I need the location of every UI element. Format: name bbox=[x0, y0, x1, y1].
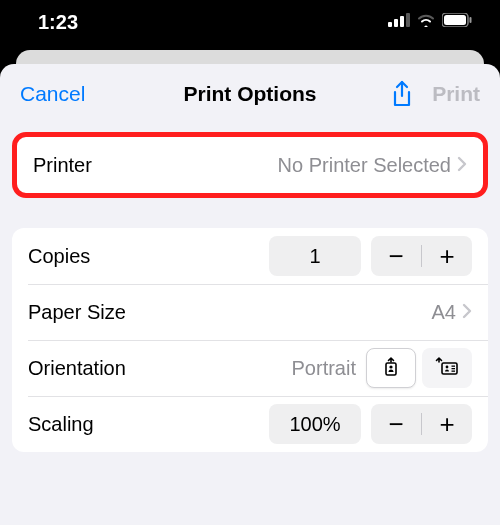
status-bar: 1:23 bbox=[0, 0, 500, 50]
copies-field[interactable]: 1 bbox=[269, 236, 361, 276]
print-options-sheet: Cancel Print Options Print Printer No Pr… bbox=[0, 64, 500, 525]
svg-rect-5 bbox=[444, 15, 466, 25]
scaling-decrement-button[interactable] bbox=[371, 404, 421, 444]
svg-rect-13 bbox=[452, 371, 456, 372]
printer-label: Printer bbox=[33, 154, 92, 177]
cancel-button[interactable]: Cancel bbox=[20, 82, 135, 106]
nav-bar: Cancel Print Options Print bbox=[0, 64, 500, 116]
paper-size-row[interactable]: Paper Size A4 bbox=[12, 284, 488, 340]
printer-value: No Printer Selected bbox=[278, 154, 451, 177]
svg-rect-6 bbox=[470, 17, 472, 23]
portrait-icon bbox=[380, 355, 402, 381]
svg-rect-1 bbox=[394, 19, 398, 27]
landscape-icon bbox=[435, 355, 459, 381]
orientation-value: Portrait bbox=[292, 357, 356, 380]
svg-rect-7 bbox=[386, 363, 396, 375]
paper-size-label: Paper Size bbox=[28, 301, 126, 324]
svg-rect-3 bbox=[406, 13, 410, 27]
status-icons bbox=[388, 13, 472, 31]
print-button[interactable]: Print bbox=[432, 82, 480, 106]
copies-decrement-button[interactable] bbox=[371, 236, 421, 276]
copies-increment-button[interactable] bbox=[422, 236, 472, 276]
status-time: 1:23 bbox=[38, 11, 78, 34]
scaling-increment-button[interactable] bbox=[422, 404, 472, 444]
paper-size-value: A4 bbox=[432, 301, 456, 324]
scaling-stepper bbox=[371, 404, 472, 444]
cellular-icon bbox=[388, 13, 410, 31]
copies-row: Copies 1 bbox=[12, 228, 488, 284]
orientation-landscape-button[interactable] bbox=[422, 348, 472, 388]
chevron-right-icon bbox=[462, 299, 472, 325]
battery-icon bbox=[442, 13, 472, 31]
scaling-row: Scaling 100% bbox=[12, 396, 488, 452]
orientation-portrait-button[interactable] bbox=[366, 348, 416, 388]
svg-point-8 bbox=[389, 365, 392, 368]
svg-rect-12 bbox=[452, 368, 456, 369]
scaling-field[interactable]: 100% bbox=[269, 404, 361, 444]
printer-row[interactable]: Printer No Printer Selected bbox=[17, 137, 483, 193]
print-settings-section: Copies 1 Paper Size A4 Orientation Portr… bbox=[12, 228, 488, 452]
scaling-label: Scaling bbox=[28, 413, 94, 436]
orientation-label: Orientation bbox=[28, 357, 126, 380]
svg-rect-11 bbox=[452, 366, 456, 367]
share-icon[interactable] bbox=[390, 80, 414, 108]
copies-stepper bbox=[371, 236, 472, 276]
chevron-right-icon bbox=[457, 152, 467, 178]
svg-rect-2 bbox=[400, 16, 404, 27]
orientation-row: Orientation Portrait bbox=[12, 340, 488, 396]
orientation-segment bbox=[366, 348, 472, 388]
svg-point-10 bbox=[446, 366, 449, 369]
printer-section: Printer No Printer Selected bbox=[12, 132, 488, 198]
wifi-icon bbox=[416, 13, 436, 31]
svg-rect-0 bbox=[388, 22, 392, 27]
copies-label: Copies bbox=[28, 245, 90, 268]
page-title: Print Options bbox=[135, 82, 365, 106]
